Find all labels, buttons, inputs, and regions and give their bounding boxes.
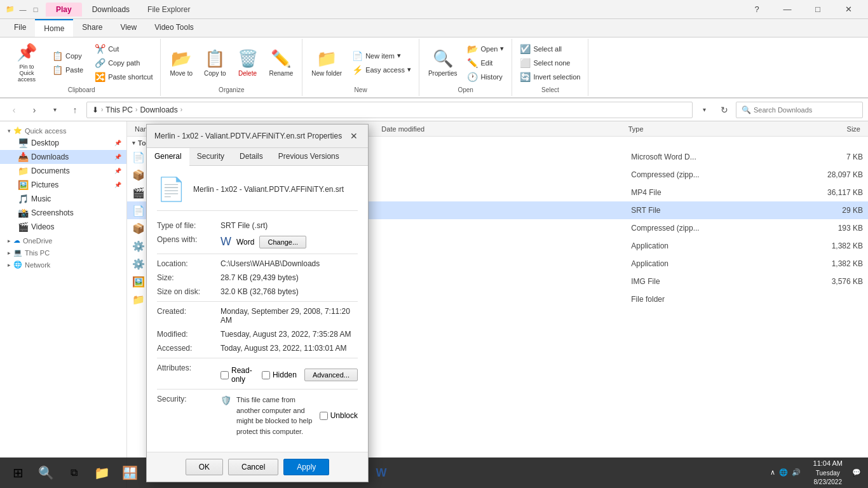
desktop-folder-icon: 🖥️ (18, 138, 29, 148)
dialog-tab-previous-versions[interactable]: Previous Versions (271, 148, 347, 165)
store-taskbar-icon[interactable]: 🪟 (117, 460, 142, 485)
pin-quick-access-button[interactable]: 📌 Pin to Quick access (6, 40, 47, 85)
up-button[interactable]: ↑ (66, 101, 84, 119)
new-buttons: 📁 New folder 📄 New item ▾ ⚡ Easy access … (306, 40, 415, 85)
copy-button[interactable]: 📋 Copy (48, 50, 87, 62)
tray-expand-icon[interactable]: ∧ (770, 468, 775, 477)
search-input[interactable] (754, 106, 857, 114)
dialog-close-button[interactable]: ✕ (348, 130, 360, 142)
sidebar-item-desktop[interactable]: 🖥️ Desktop 📌 (0, 136, 126, 150)
tab-share[interactable]: Share (73, 19, 111, 37)
select-all-icon: ☑️ (520, 44, 531, 54)
dialog-tab-details[interactable]: Details (232, 148, 271, 165)
notification-button[interactable]: 💬 (850, 460, 863, 485)
easy-access-button[interactable]: ⚡ Easy access ▾ (348, 64, 415, 76)
volume-icon[interactable]: 🔊 (792, 468, 801, 477)
apply-button[interactable]: Apply (283, 459, 329, 475)
forward-button[interactable]: › (25, 101, 43, 119)
file-icon: ⚙️ (132, 258, 145, 270)
file-size: 3,576 KB (812, 277, 863, 286)
recent-locations-button[interactable]: ▾ (46, 101, 64, 119)
paste-shortcut-button[interactable]: 🔀 Paste shortcut (91, 71, 156, 83)
paste-button[interactable]: 📋 Paste (48, 64, 87, 76)
clock[interactable]: 11:04 AM Tuesday 8/23/2022 (808, 459, 848, 486)
select-all-button[interactable]: ☑️ Select all (516, 43, 584, 55)
advanced-button[interactable]: Advanced... (304, 369, 358, 381)
properties-button[interactable]: 🔍 Properties (423, 46, 463, 79)
date-group-expand: ▾ (132, 140, 135, 146)
sidebar-item-videos[interactable]: 🎬 Videos (0, 220, 126, 234)
tab-view[interactable]: View (111, 19, 146, 37)
dialog-tab-general[interactable]: General (147, 148, 189, 166)
security-row: 🛡️ This file came from another computer … (220, 395, 358, 437)
breadcrumb-thispc[interactable]: This PC (105, 105, 133, 114)
edit-icon: ✏️ (467, 58, 478, 68)
documents-folder-icon: 📁 (18, 166, 29, 176)
expand-address-button[interactable]: ▾ (695, 101, 713, 119)
sidebar-item-downloads[interactable]: 📥 Downloads 📌 (0, 150, 126, 164)
sidebar-item-documents[interactable]: 📁 Documents 📌 (0, 164, 126, 178)
pin-indicator3: 📌 (114, 168, 121, 174)
search-box[interactable]: 🔍 (736, 102, 863, 118)
search-taskbar-button[interactable]: 🔍 (33, 460, 58, 485)
change-button[interactable]: Change... (259, 236, 306, 248)
col-header-date[interactable]: Date modified (379, 125, 625, 133)
network-section[interactable]: ▸ 🌐 Network (0, 258, 126, 270)
back-button[interactable]: ‹ (5, 101, 23, 119)
quick-access-section[interactable]: ▾ ⭐ Quick access (0, 124, 126, 136)
invert-selection-button[interactable]: 🔄 Invert selection (516, 71, 584, 83)
ok-button[interactable]: OK (186, 459, 223, 475)
minimize-quick-icon[interactable]: — (18, 4, 28, 15)
new-item-icon: 📄 (352, 51, 363, 61)
task-view-button[interactable]: ⧉ (61, 460, 86, 485)
cut-button[interactable]: ✂️ Cut (91, 43, 156, 55)
tab-file[interactable]: File (5, 19, 35, 37)
delete-button[interactable]: 🗑️ Delete (233, 46, 263, 79)
new-folder-button[interactable]: 📁 New folder (306, 46, 347, 79)
tab-video-tools[interactable]: Video Tools (146, 19, 203, 37)
col-header-size[interactable]: Size (812, 125, 863, 133)
tab-downloads[interactable]: Downloads (82, 3, 140, 17)
minimize-button[interactable]: — (773, 0, 802, 19)
word-taskbar-icon[interactable]: W (369, 460, 394, 485)
dialog-tab-security[interactable]: Security (189, 148, 232, 165)
move-to-button[interactable]: 📂 Move to (165, 46, 198, 79)
maximize-button[interactable]: □ (803, 0, 832, 19)
rename-button[interactable]: ✏️ Rename (264, 46, 299, 79)
sidebar-item-screenshots[interactable]: 📸 Screenshots (0, 206, 126, 220)
file-size: 36,117 KB (812, 188, 863, 197)
explorer-taskbar-icon[interactable]: 📁 (89, 460, 114, 485)
edit-button[interactable]: ✏️ Edit (463, 57, 508, 69)
cancel-button[interactable]: Cancel (228, 459, 278, 475)
copy-path-button[interactable]: 🔗 Copy path (91, 57, 156, 69)
unblock-checkbox[interactable] (320, 412, 328, 420)
select-none-button[interactable]: ⬜ Select none (516, 57, 584, 69)
file-icon: 📦 (132, 222, 145, 234)
breadcrumb-downloads[interactable]: Downloads (140, 105, 177, 114)
new-item-button[interactable]: 📄 New item ▾ (348, 50, 415, 62)
dialog-title: Merlin - 1x02 - Valiant.PDTV.AFFiNiTY.en… (154, 132, 348, 140)
sidebar: ▾ ⭐ Quick access 🖥️ Desktop 📌 📥 Download… (0, 121, 127, 488)
tab-play[interactable]: Play (46, 3, 82, 17)
history-button[interactable]: 🕐 History (463, 71, 508, 83)
opens-with-app: Word (236, 238, 254, 247)
close-button[interactable]: ✕ (834, 0, 863, 19)
start-button[interactable]: ⊞ (5, 460, 31, 485)
onedrive-section[interactable]: ▸ ☁ OneDrive (0, 234, 126, 246)
refresh-button[interactable]: ↻ (715, 101, 733, 119)
sidebar-item-music[interactable]: 🎵 Music (0, 192, 126, 206)
open-icon: 📂 (467, 44, 478, 54)
readonly-checkbox[interactable] (220, 371, 229, 379)
tab-home[interactable]: Home (35, 19, 73, 37)
thispc-section[interactable]: ▸ 💻 This PC (0, 246, 126, 258)
sidebar-item-pictures[interactable]: 🖼️ Pictures 📌 (0, 178, 126, 192)
copy-to-button[interactable]: 📋 Copy to (199, 46, 231, 79)
col-header-type[interactable]: Type (626, 125, 812, 133)
restore-quick-icon[interactable]: □ (31, 4, 41, 15)
taskbar-right: ∧ 🌐 🔊 11:04 AM Tuesday 8/23/2022 💬 (765, 459, 863, 486)
open-button[interactable]: 📂 Open ▾ (463, 43, 508, 55)
properties-dialog[interactable]: Merlin - 1x02 - Valiant.PDTV.AFFiNiTY.en… (146, 124, 369, 482)
address-path[interactable]: ⬇ › This PC › Downloads › (86, 102, 693, 118)
help-button[interactable]: ? (742, 0, 771, 19)
hidden-checkbox[interactable] (262, 371, 270, 379)
